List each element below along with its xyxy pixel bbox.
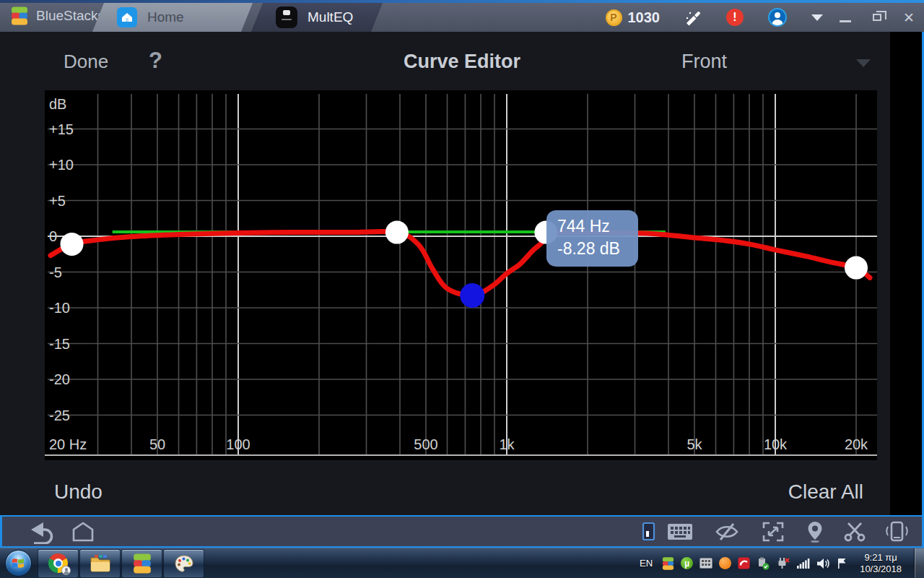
eq-chart: dB+15+10+50-5-10-15-20-2520 Hz501005001k… — [45, 90, 877, 460]
coins-count: 1030 — [628, 9, 661, 26]
bluestacks-logo-icon — [10, 7, 29, 25]
x-tick-label: 100 — [226, 436, 250, 452]
tray-signal-bars-icon[interactable] — [797, 558, 810, 569]
eq-plot[interactable]: dB+15+10+50-5-10-15-20-2520 Hz501005001k… — [45, 90, 877, 460]
x-tick-label: 20 Hz — [49, 436, 87, 452]
back-icon[interactable] — [21, 519, 54, 544]
x-tick-label: 5k — [687, 436, 702, 452]
titlebar: BlueStacks Home MultEQ P 1030 ! — [0, 0, 924, 32]
start-button[interactable] — [3, 549, 33, 578]
clock-date: 10/3/2018 — [860, 564, 902, 575]
chrome-icon — [48, 553, 68, 573]
portrait-window-icon[interactable] — [641, 522, 657, 542]
y-tick-label: -15 — [49, 336, 70, 352]
language-indicator[interactable]: EN — [640, 558, 653, 569]
tray-avast-icon[interactable] — [719, 557, 731, 569]
x-tick-label: 10k — [764, 436, 788, 452]
x-tick-label: 50 — [149, 436, 165, 452]
tray-utorrent-icon[interactable]: µ — [681, 557, 693, 569]
y-axis-unit-label: dB — [49, 96, 66, 112]
y-tick-label: +5 — [49, 193, 66, 209]
windows-taskbar: EN µ — [0, 548, 924, 578]
brand-label: BlueStacks — [36, 8, 105, 24]
letterbox — [890, 32, 922, 515]
alert-icon[interactable]: ! — [726, 9, 744, 26]
tray-plug-error-icon[interactable] — [776, 557, 790, 570]
y-tick-label: 0 — [49, 228, 57, 244]
windows-orb-icon — [5, 550, 32, 577]
control-point[interactable] — [845, 256, 868, 280]
y-tick-label: +15 — [49, 121, 74, 137]
paint-palette-icon — [174, 554, 194, 573]
bluestacks-icon — [132, 553, 152, 574]
y-tick-label: -25 — [49, 407, 70, 423]
clock-time: 9:21 πμ — [860, 552, 902, 564]
location-icon[interactable] — [804, 520, 826, 543]
channel-selector[interactable]: Front — [681, 51, 727, 73]
clear-all-button[interactable]: Clear All — [788, 480, 863, 504]
tab-home-label: Home — [147, 9, 184, 25]
x-tick-label: 1k — [499, 436, 515, 452]
x-tick-label: 20k — [845, 436, 868, 452]
tab-multeq-label: MultEQ — [308, 9, 353, 25]
minimize-button[interactable] — [836, 13, 855, 22]
y-tick-label: -10 — [49, 300, 70, 316]
page-title: Curve Editor — [0, 51, 924, 73]
control-point[interactable] — [61, 233, 84, 256]
tab-home[interactable]: Home — [92, 3, 253, 32]
undo-button[interactable]: Undo — [54, 480, 103, 504]
y-tick-label: -5 — [49, 264, 62, 280]
show-desktop-button[interactable] — [914, 548, 924, 578]
navbar-left — [21, 519, 99, 544]
fullscreen-icon[interactable] — [761, 520, 785, 543]
close-button[interactable]: ✕ — [899, 11, 918, 25]
navbar-right — [641, 520, 910, 543]
dropdown-caret-icon[interactable] — [811, 14, 823, 21]
paint-tool-icon[interactable] — [684, 9, 702, 26]
taskbar-clock[interactable]: 9:21 πμ 10/3/2018 — [860, 552, 902, 575]
tray-action-flag-icon[interactable] — [837, 557, 847, 569]
tray-security-icon[interactable] — [738, 557, 750, 569]
coin-icon: P — [606, 9, 622, 26]
system-tray: EN µ — [640, 548, 924, 578]
hide-eye-icon[interactable] — [715, 522, 739, 542]
taskbar-app-chrome[interactable] — [38, 549, 79, 578]
tray-volume-icon[interactable] — [816, 558, 830, 569]
tooltip-gain: -8.28 dB — [557, 238, 638, 260]
titlebar-right: P 1030 ! ✕ — [606, 3, 924, 32]
tray-keypad-icon[interactable] — [699, 558, 712, 569]
channel-caret-icon[interactable] — [856, 59, 871, 67]
home-icon[interactable] — [67, 520, 99, 543]
tab-multeq[interactable]: MultEQ — [251, 3, 383, 32]
shake-phone-icon[interactable] — [884, 520, 910, 543]
taskbar-app-bluestacks[interactable] — [121, 549, 162, 578]
taskbar-app-explorer[interactable] — [79, 549, 121, 578]
app-header: Done ? Curve Editor Front — [0, 32, 924, 90]
eq-response-curve — [51, 231, 870, 296]
x-tick-label: 500 — [414, 436, 437, 452]
home-tab-icon — [117, 7, 137, 27]
control-point[interactable] — [385, 221, 409, 244]
tooltip-frequency: 744 Hz — [557, 215, 638, 238]
chrome-profile-badge — [61, 566, 71, 575]
restore-button[interactable] — [868, 14, 886, 21]
taskbar-app-paint[interactable] — [163, 549, 204, 578]
bluestacks-navbar — [0, 515, 924, 548]
control-point-selected[interactable] — [460, 283, 484, 308]
point-tooltip: 744 Hz -8.28 dB — [546, 210, 638, 267]
account-icon[interactable] — [768, 8, 787, 27]
bluestacks-window: BlueStacks Home MultEQ P 1030 ! — [0, 0, 924, 578]
screenshot-scissors-icon[interactable] — [843, 522, 866, 542]
y-tick-label: +10 — [49, 157, 74, 173]
multeq-app: Done ? Curve Editor Front dB+15+10+50-5-… — [0, 32, 924, 515]
explorer-folder-icon — [90, 554, 111, 573]
keyboard-icon[interactable] — [667, 522, 693, 541]
multeq-app-icon — [276, 7, 297, 28]
y-tick-label: -20 — [49, 371, 70, 387]
tray-usb-icon[interactable] — [757, 557, 770, 570]
tray-bluestacks-icon[interactable] — [662, 557, 674, 570]
